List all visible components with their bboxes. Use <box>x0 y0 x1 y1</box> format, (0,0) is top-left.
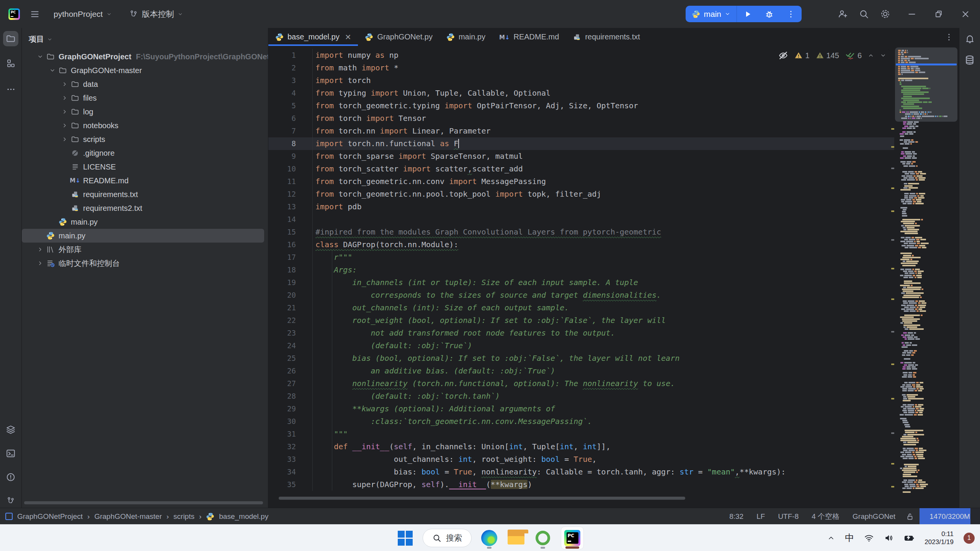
ime-indicator[interactable]: 中 <box>845 532 854 544</box>
tray-overflow-icon[interactable] <box>827 534 835 542</box>
line-number[interactable]: 2 <box>268 62 296 74</box>
editor-line-17[interactable]: 17 r""" <box>268 251 894 264</box>
status-item-8:32[interactable]: 8:32 <box>723 512 750 521</box>
tree-item-.gitignore[interactable]: .gitignore <box>22 146 268 160</box>
more-tools-button[interactable] <box>3 82 18 97</box>
tree-item-scripts[interactable]: scripts <box>22 132 268 146</box>
line-number[interactable]: 8 <box>268 137 296 150</box>
wifi-icon[interactable] <box>864 533 874 543</box>
tab-README.md[interactable]: M↓README.md <box>492 28 566 46</box>
project-panel-hscrollbar[interactable] <box>24 501 263 504</box>
project-selector[interactable]: pythonProject <box>50 7 116 22</box>
line-number[interactable]: 27 <box>268 377 296 390</box>
editor-line-3[interactable]: 3import torch <box>268 74 894 87</box>
chevron-down-icon[interactable] <box>35 54 46 60</box>
line-number[interactable]: 28 <box>268 390 296 403</box>
editor-line-5[interactable]: 5from torch_geometric.typing import OptP… <box>268 99 894 112</box>
search-everywhere-button[interactable] <box>853 4 874 24</box>
editor-line-4[interactable]: 4from typing import Union, Tuple, Callab… <box>268 87 894 99</box>
memory-indicator[interactable]: 1470/3200M <box>920 508 980 525</box>
line-number[interactable]: 33 <box>268 453 296 466</box>
line-number[interactable]: 14 <box>268 213 296 226</box>
close-button[interactable] <box>955 4 976 24</box>
tree-item-main.py[interactable]: main.py <box>22 229 264 243</box>
editor-line-35[interactable]: 35 super(DAGProp, self).__init__(**kwarg… <box>268 478 894 491</box>
line-number[interactable]: 10 <box>268 163 296 175</box>
line-number[interactable]: 12 <box>268 188 296 201</box>
line-number[interactable]: 23 <box>268 327 296 339</box>
error-stripe-mark[interactable] <box>891 298 894 300</box>
tree-item-notebooks[interactable]: notebooks <box>22 119 268 132</box>
editor-line-34[interactable]: 34 bias: bool = True, nonlinearity: Call… <box>268 466 894 478</box>
tree-item-files[interactable]: files <box>22 91 268 105</box>
tree-item-README.md[interactable]: M↓README.md <box>22 174 268 187</box>
error-stripe-mark[interactable] <box>891 210 894 212</box>
structure-tool-button[interactable] <box>3 55 18 71</box>
editor-line-28[interactable]: 28 (default: :obj:`torch.tanh`) <box>268 390 894 403</box>
error-stripe-mark[interactable] <box>891 398 894 399</box>
line-number[interactable]: 1 <box>268 49 296 62</box>
error-stripe-mark[interactable] <box>891 331 894 333</box>
editor-line-21[interactable]: 21 out_channels (int): Size of each outp… <box>268 302 894 314</box>
line-number[interactable]: 4 <box>268 87 296 99</box>
restore-button[interactable] <box>928 4 949 24</box>
status-item-UTF-8[interactable]: UTF-8 <box>771 512 805 521</box>
line-number[interactable]: 25 <box>268 352 296 365</box>
minimize-button[interactable] <box>901 4 923 24</box>
chevron-right-icon[interactable] <box>59 81 70 87</box>
debug-button[interactable] <box>758 6 780 22</box>
error-stripe-mark[interactable] <box>891 486 894 487</box>
code-with-me-button[interactable] <box>831 4 853 24</box>
error-stripe-mark[interactable] <box>891 168 894 169</box>
close-tab-icon[interactable]: ✕ <box>345 33 351 42</box>
status-item-LF[interactable]: LF <box>750 512 771 521</box>
editor-line-11[interactable]: 11from torch_geometric.nn.conv import Me… <box>268 175 894 188</box>
line-number[interactable]: 11 <box>268 175 296 188</box>
green-ring-app-button[interactable] <box>534 526 552 550</box>
run-config-selector[interactable]: main <box>686 10 737 19</box>
line-number[interactable]: 18 <box>268 264 296 276</box>
line-number[interactable]: 26 <box>268 365 296 377</box>
tab-options-icon[interactable] <box>944 33 954 42</box>
database-tool-button[interactable] <box>962 52 977 68</box>
warning-count[interactable]: 1 <box>794 51 809 60</box>
services-tool-button[interactable] <box>3 422 18 437</box>
breadcrumb-GraphGONetProject[interactable]: GraphGONetProject <box>17 512 83 521</box>
editor-line-22[interactable]: 22 root_weight (bool, optional): If set … <box>268 314 894 327</box>
editor-line-31[interactable]: 31 """ <box>268 428 894 440</box>
editor-line-29[interactable]: 29 **kwargs (optional): Additional argum… <box>268 403 894 415</box>
previous-problem-icon[interactable] <box>868 52 874 59</box>
tab-base_model.py[interactable]: base_model.py✕ <box>268 28 358 46</box>
battery-icon[interactable] <box>904 533 915 543</box>
next-problem-icon[interactable] <box>880 52 886 59</box>
editor-hscrollbar[interactable] <box>279 497 685 500</box>
editor-line-14[interactable]: 14 <box>268 213 894 226</box>
status-item-GraphGONet[interactable]: GraphGONet <box>846 512 902 521</box>
line-number[interactable]: 22 <box>268 314 296 327</box>
settings-button[interactable] <box>874 4 896 24</box>
breadcrumb-base_model.py[interactable]: base_model.py <box>206 512 268 521</box>
editor-line-2[interactable]: 2from math import * <box>268 62 894 74</box>
line-number[interactable]: 24 <box>268 339 296 352</box>
breadcrumb-GraphGONet-master[interactable]: GraphGONet-master <box>94 512 162 521</box>
error-stripe-mark[interactable] <box>891 239 894 241</box>
hamburger-menu-icon[interactable] <box>30 9 40 19</box>
editor-line-6[interactable]: 6from torch import Tensor <box>268 112 894 125</box>
editor-line-7[interactable]: 7from torch.nn import Linear, Parameter <box>268 125 894 137</box>
tree-item-GraphGONetProject[interactable]: GraphGONetProjectF:\SuyouPythonProject\G… <box>22 50 268 64</box>
project-panel-header[interactable]: 项目 <box>29 34 52 44</box>
file-explorer-button[interactable] <box>507 526 525 550</box>
line-number[interactable]: 19 <box>268 276 296 289</box>
problems-tool-button[interactable] <box>3 469 18 485</box>
line-number[interactable]: 16 <box>268 238 296 251</box>
editor-line-32[interactable]: 32 def __init__(self, in_channels: Union… <box>268 440 894 453</box>
tree-item-GraphGONet-master[interactable]: GraphGONet-master <box>22 64 268 77</box>
editor-line-9[interactable]: 9from torch_sparse import SparseTensor, … <box>268 150 894 163</box>
notification-badge[interactable]: 1 <box>964 533 975 544</box>
tree-item-requirements.txt[interactable]: requirements.txt <box>22 187 268 201</box>
editor-line-30[interactable]: 30 :class:`torch_geometric.nn.conv.Messa… <box>268 415 894 428</box>
chevron-down-icon[interactable] <box>47 67 58 73</box>
editor-line-10[interactable]: 10from torch_scatter import scatter,scat… <box>268 163 894 175</box>
pycharm-app-button[interactable]: PC <box>560 526 584 550</box>
editor-line-20[interactable]: 20 corresponds to the sizes of source an… <box>268 289 894 302</box>
